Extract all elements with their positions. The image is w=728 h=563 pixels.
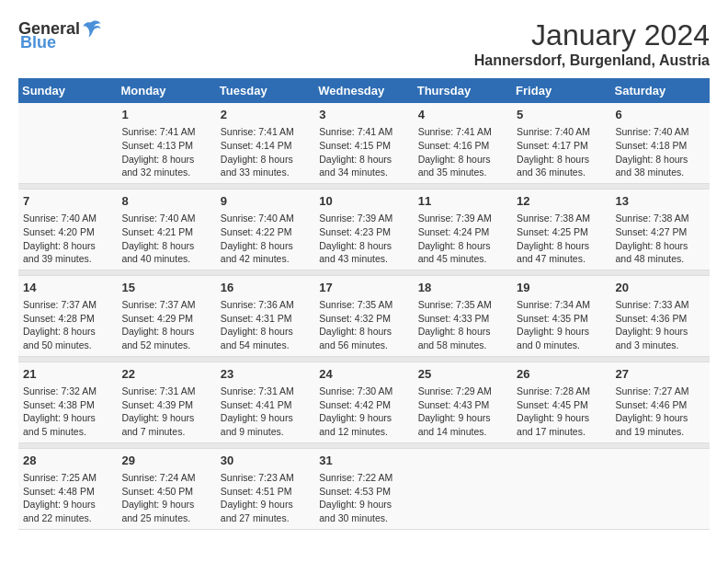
day-number: 30 (221, 453, 310, 469)
calendar-cell: 23Sunrise: 7:31 AMSunset: 4:41 PMDayligh… (216, 362, 314, 442)
day-number: 25 (418, 366, 507, 383)
day-info: Sunrise: 7:35 AMSunset: 4:33 PMDaylight:… (418, 298, 507, 352)
day-info: Sunrise: 7:38 AMSunset: 4:25 PMDaylight:… (517, 212, 606, 266)
day-info: Sunrise: 7:23 AMSunset: 4:51 PMDaylight:… (221, 471, 310, 525)
calendar-cell (512, 448, 610, 529)
calendar-cell (611, 448, 710, 529)
calendar-cell: 3Sunrise: 7:41 AMSunset: 4:15 PMDaylight… (314, 103, 413, 183)
day-info: Sunrise: 7:25 AMSunset: 4:48 PMDaylight:… (23, 471, 112, 525)
day-info: Sunrise: 7:41 AMSunset: 4:13 PMDaylight:… (121, 125, 210, 179)
logo-blue: Blue (20, 33, 56, 52)
calendar-cell: 29Sunrise: 7:24 AMSunset: 4:50 PMDayligh… (117, 448, 215, 529)
day-number: 9 (221, 193, 310, 210)
calendar-cell: 7Sunrise: 7:40 AMSunset: 4:20 PMDaylight… (18, 189, 117, 270)
day-info: Sunrise: 7:38 AMSunset: 4:27 PMDaylight:… (616, 212, 705, 266)
calendar-cell: 28Sunrise: 7:25 AMSunset: 4:48 PMDayligh… (18, 448, 117, 529)
calendar-cell (18, 103, 117, 183)
day-number: 18 (418, 280, 507, 296)
day-info: Sunrise: 7:28 AMSunset: 4:45 PMDaylight:… (517, 385, 606, 439)
day-number: 4 (418, 107, 507, 123)
day-info: Sunrise: 7:31 AMSunset: 4:39 PMDaylight:… (121, 385, 210, 439)
day-number: 5 (517, 107, 606, 123)
weekday-header-thursday: Thursday (414, 78, 512, 103)
day-info: Sunrise: 7:41 AMSunset: 4:14 PMDaylight:… (221, 125, 310, 179)
day-info: Sunrise: 7:33 AMSunset: 4:36 PMDaylight:… (616, 298, 705, 352)
calendar-cell: 24Sunrise: 7:30 AMSunset: 4:42 PMDayligh… (314, 362, 413, 442)
calendar-cell: 21Sunrise: 7:32 AMSunset: 4:38 PMDayligh… (18, 362, 117, 442)
day-info: Sunrise: 7:39 AMSunset: 4:24 PMDaylight:… (418, 212, 507, 266)
day-info: Sunrise: 7:39 AMSunset: 4:23 PMDaylight:… (319, 212, 408, 266)
day-number: 26 (517, 366, 606, 383)
day-number: 31 (319, 453, 408, 469)
day-info: Sunrise: 7:41 AMSunset: 4:16 PMDaylight:… (418, 125, 507, 179)
calendar-cell: 18Sunrise: 7:35 AMSunset: 4:33 PMDayligh… (414, 275, 512, 356)
day-info: Sunrise: 7:37 AMSunset: 4:29 PMDaylight:… (121, 298, 210, 352)
calendar-cell: 1Sunrise: 7:41 AMSunset: 4:13 PMDaylight… (117, 103, 215, 183)
day-info: Sunrise: 7:22 AMSunset: 4:53 PMDaylight:… (319, 471, 408, 525)
calendar-cell: 27Sunrise: 7:27 AMSunset: 4:46 PMDayligh… (611, 362, 710, 442)
day-number: 3 (319, 107, 408, 123)
calendar-cell: 17Sunrise: 7:35 AMSunset: 4:32 PMDayligh… (314, 275, 413, 356)
day-number: 24 (319, 366, 408, 383)
day-info: Sunrise: 7:34 AMSunset: 4:35 PMDaylight:… (517, 298, 606, 352)
week-row-5: 28Sunrise: 7:25 AMSunset: 4:48 PMDayligh… (18, 448, 710, 529)
day-info: Sunrise: 7:40 AMSunset: 4:20 PMDaylight:… (23, 212, 112, 266)
weekday-header-saturday: Saturday (611, 78, 710, 103)
day-info: Sunrise: 7:41 AMSunset: 4:15 PMDaylight:… (319, 125, 408, 179)
day-info: Sunrise: 7:37 AMSunset: 4:28 PMDaylight:… (23, 298, 112, 352)
day-info: Sunrise: 7:24 AMSunset: 4:50 PMDaylight:… (121, 471, 210, 525)
day-number: 15 (121, 280, 210, 296)
weekday-header-sunday: Sunday (18, 78, 117, 103)
calendar-cell: 6Sunrise: 7:40 AMSunset: 4:18 PMDaylight… (611, 103, 710, 183)
calendar-cell: 22Sunrise: 7:31 AMSunset: 4:39 PMDayligh… (117, 362, 215, 442)
logo: General Blue (18, 18, 102, 52)
day-info: Sunrise: 7:27 AMSunset: 4:46 PMDaylight:… (616, 385, 705, 439)
calendar-cell: 26Sunrise: 7:28 AMSunset: 4:45 PMDayligh… (512, 362, 610, 442)
calendar-cell: 4Sunrise: 7:41 AMSunset: 4:16 PMDaylight… (414, 103, 512, 183)
calendar-table: SundayMondayTuesdayWednesdayThursdayFrid… (18, 78, 710, 530)
day-number: 22 (121, 366, 210, 383)
day-number: 29 (121, 453, 210, 469)
day-info: Sunrise: 7:40 AMSunset: 4:17 PMDaylight:… (517, 125, 606, 179)
day-number: 7 (23, 193, 112, 210)
day-number: 20 (616, 280, 705, 296)
logo-bird-icon (82, 18, 102, 39)
weekday-header-tuesday: Tuesday (216, 78, 314, 103)
day-info: Sunrise: 7:31 AMSunset: 4:41 PMDaylight:… (221, 385, 310, 439)
day-number: 2 (221, 107, 310, 123)
day-number: 8 (121, 193, 210, 210)
calendar-cell: 19Sunrise: 7:34 AMSunset: 4:35 PMDayligh… (512, 275, 610, 356)
day-number: 12 (517, 193, 606, 210)
calendar-cell: 15Sunrise: 7:37 AMSunset: 4:29 PMDayligh… (117, 275, 215, 356)
calendar-cell: 14Sunrise: 7:37 AMSunset: 4:28 PMDayligh… (18, 275, 117, 356)
day-number: 14 (23, 280, 112, 296)
day-info: Sunrise: 7:29 AMSunset: 4:43 PMDaylight:… (418, 385, 507, 439)
calendar-cell: 10Sunrise: 7:39 AMSunset: 4:23 PMDayligh… (314, 189, 413, 270)
day-number: 21 (23, 366, 112, 383)
day-number: 11 (418, 193, 507, 210)
weekday-header-friday: Friday (512, 78, 610, 103)
calendar-cell: 16Sunrise: 7:36 AMSunset: 4:31 PMDayligh… (216, 275, 314, 356)
day-number: 10 (319, 193, 408, 210)
title-section: January 2024 Hannersdorf, Burgenland, Au… (474, 18, 710, 69)
day-number: 13 (616, 193, 705, 210)
calendar-cell: 8Sunrise: 7:40 AMSunset: 4:21 PMDaylight… (117, 189, 215, 270)
weekday-header-row: SundayMondayTuesdayWednesdayThursdayFrid… (18, 78, 710, 103)
calendar-cell: 31Sunrise: 7:22 AMSunset: 4:53 PMDayligh… (314, 448, 413, 529)
calendar-cell: 9Sunrise: 7:40 AMSunset: 4:22 PMDaylight… (216, 189, 314, 270)
day-number: 27 (616, 366, 705, 383)
calendar-cell: 20Sunrise: 7:33 AMSunset: 4:36 PMDayligh… (611, 275, 710, 356)
week-row-4: 21Sunrise: 7:32 AMSunset: 4:38 PMDayligh… (18, 362, 710, 442)
day-info: Sunrise: 7:40 AMSunset: 4:18 PMDaylight:… (616, 125, 705, 179)
day-number: 19 (517, 280, 606, 296)
day-info: Sunrise: 7:30 AMSunset: 4:42 PMDaylight:… (319, 385, 408, 439)
subtitle: Hannersdorf, Burgenland, Austria (474, 52, 710, 69)
week-row-1: 1Sunrise: 7:41 AMSunset: 4:13 PMDaylight… (18, 103, 710, 183)
day-number: 28 (23, 453, 112, 469)
weekday-header-monday: Monday (117, 78, 215, 103)
day-number: 16 (221, 280, 310, 296)
week-row-2: 7Sunrise: 7:40 AMSunset: 4:20 PMDaylight… (18, 189, 710, 270)
calendar-cell: 25Sunrise: 7:29 AMSunset: 4:43 PMDayligh… (414, 362, 512, 442)
day-number: 1 (121, 107, 210, 123)
day-number: 6 (616, 107, 705, 123)
